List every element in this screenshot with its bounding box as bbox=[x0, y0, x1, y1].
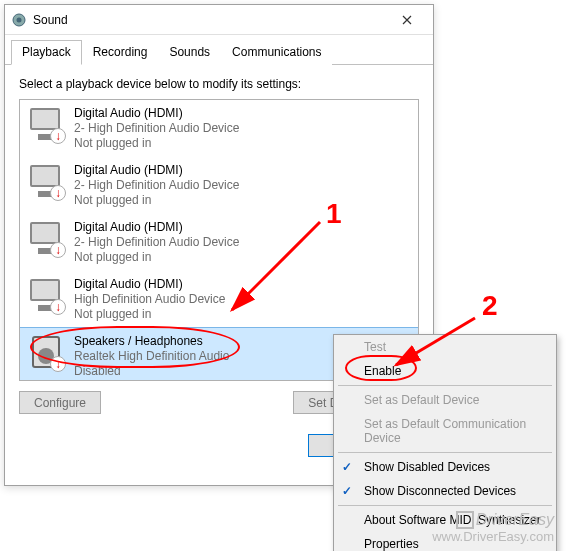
menu-properties[interactable]: Properties bbox=[334, 532, 556, 551]
tab-sounds[interactable]: Sounds bbox=[158, 40, 221, 65]
menu-show-disconnected[interactable]: Show Disconnected Devices bbox=[334, 479, 556, 503]
list-item[interactable]: ↓ Digital Audio (HDMI) 2- High Definitio… bbox=[20, 214, 418, 271]
device-text: Digital Audio (HDMI) 2- High Definition … bbox=[74, 106, 239, 151]
list-item[interactable]: ↓ Digital Audio (HDMI) 2- High Definitio… bbox=[20, 157, 418, 214]
monitor-icon: ↓ bbox=[28, 277, 64, 313]
device-text: Digital Audio (HDMI) High Definition Aud… bbox=[74, 277, 225, 322]
device-name: Digital Audio (HDMI) bbox=[74, 163, 239, 178]
device-name: Digital Audio (HDMI) bbox=[74, 277, 225, 292]
menu-set-default-comm[interactable]: Set as Default Communication Device bbox=[334, 412, 556, 450]
device-sub: 2- High Definition Audio Device bbox=[74, 235, 239, 250]
tab-recording[interactable]: Recording bbox=[82, 40, 159, 65]
instruction-text: Select a playback device below to modify… bbox=[19, 77, 419, 91]
menu-separator bbox=[338, 505, 552, 506]
device-status: Not plugged in bbox=[74, 250, 239, 265]
device-sub: High Definition Audio Device bbox=[74, 292, 225, 307]
annotation-number-2: 2 bbox=[482, 290, 498, 322]
monitor-icon: ↓ bbox=[28, 220, 64, 256]
disabled-badge-icon: ↓ bbox=[50, 356, 66, 372]
device-name: Digital Audio (HDMI) bbox=[74, 220, 239, 235]
device-status: Disabled bbox=[74, 364, 229, 379]
sound-icon bbox=[11, 12, 27, 28]
svg-point-1 bbox=[17, 17, 22, 22]
tab-communications[interactable]: Communications bbox=[221, 40, 332, 65]
close-icon bbox=[402, 15, 412, 25]
unplugged-badge-icon: ↓ bbox=[50, 128, 66, 144]
device-sub: Realtek High Definition Audio bbox=[74, 349, 229, 364]
device-sub: 2- High Definition Audio Device bbox=[74, 178, 239, 193]
menu-separator bbox=[338, 385, 552, 386]
list-item[interactable]: ↓ Digital Audio (HDMI) 2- High Definitio… bbox=[20, 100, 418, 157]
device-text: Speakers / Headphones Realtek High Defin… bbox=[74, 334, 229, 379]
configure-button[interactable]: Configure bbox=[19, 391, 101, 414]
unplugged-badge-icon: ↓ bbox=[50, 242, 66, 258]
context-menu[interactable]: Test Enable Set as Default Device Set as… bbox=[333, 334, 557, 551]
device-name: Speakers / Headphones bbox=[74, 334, 229, 349]
device-name: Digital Audio (HDMI) bbox=[74, 106, 239, 121]
menu-about-midi[interactable]: About Software MIDI Synthesizer bbox=[334, 508, 556, 532]
close-button[interactable] bbox=[387, 8, 427, 32]
tab-strip: Playback Recording Sounds Communications bbox=[5, 39, 433, 65]
device-status: Not plugged in bbox=[74, 136, 239, 151]
device-status: Not plugged in bbox=[74, 193, 239, 208]
unplugged-badge-icon: ↓ bbox=[50, 299, 66, 315]
device-text: Digital Audio (HDMI) 2- High Definition … bbox=[74, 220, 239, 265]
window-title: Sound bbox=[33, 13, 387, 27]
titlebar[interactable]: Sound bbox=[5, 5, 433, 35]
monitor-icon: ↓ bbox=[28, 163, 64, 199]
menu-separator bbox=[338, 452, 552, 453]
device-status: Not plugged in bbox=[74, 307, 225, 322]
list-item[interactable]: ↓ Digital Audio (HDMI) High Definition A… bbox=[20, 271, 418, 328]
menu-enable[interactable]: Enable bbox=[334, 359, 556, 383]
tab-playback[interactable]: Playback bbox=[11, 40, 82, 65]
unplugged-badge-icon: ↓ bbox=[50, 185, 66, 201]
speaker-icon: ↓ bbox=[28, 334, 64, 370]
menu-set-default[interactable]: Set as Default Device bbox=[334, 388, 556, 412]
menu-test[interactable]: Test bbox=[334, 335, 556, 359]
device-text: Digital Audio (HDMI) 2- High Definition … bbox=[74, 163, 239, 208]
monitor-icon: ↓ bbox=[28, 106, 64, 142]
menu-show-disabled[interactable]: Show Disabled Devices bbox=[334, 455, 556, 479]
device-sub: 2- High Definition Audio Device bbox=[74, 121, 239, 136]
